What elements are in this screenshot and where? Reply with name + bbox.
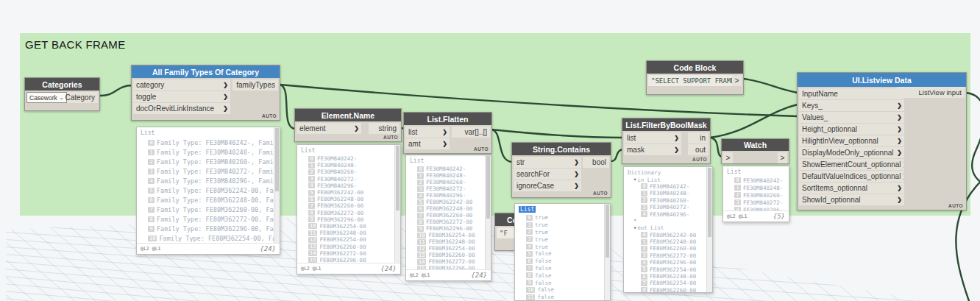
input-port-showelementcount-optionnal[interactable]: ShowElementCount_optionnal xyxy=(799,159,904,170)
preview-bubble-bool-list[interactable]: List 0true1true2true3true4true5false6fal… xyxy=(514,203,611,301)
list-flatten-node[interactable]: List.Flatten list var[]..[] amt AUTO xyxy=(403,112,492,154)
input-port-str[interactable]: str xyxy=(514,157,581,168)
input-port-showid-optionnal[interactable]: ShowId_optionnal xyxy=(799,194,904,205)
string-contains-node[interactable]: String.Contains str bool searchFor ignor… xyxy=(511,142,611,198)
code-expression[interactable]: "SELECT SUPPORT FRAME"; xyxy=(648,75,732,86)
list-value: false xyxy=(535,265,552,272)
list-item: 10Family Type: FE80M362254-00, Family: F… xyxy=(141,233,271,243)
code-block-node[interactable]: Code Block "SELECT SUPPORT FRAME"; > xyxy=(646,60,744,95)
list-value: true xyxy=(535,244,548,250)
list-value: FE80M362254-00 xyxy=(650,280,696,286)
list-index-badge: 0 xyxy=(526,215,533,221)
node-header[interactable]: List.Flatten xyxy=(404,113,491,125)
scrollbar[interactable] xyxy=(604,204,610,300)
element-name-node[interactable]: Element.Name element string AUTO xyxy=(294,108,402,142)
scrollbar[interactable] xyxy=(274,127,280,243)
node-header[interactable]: String.Contains xyxy=(512,143,611,155)
input-port-mask[interactable]: mask xyxy=(624,144,681,155)
list-value: FE80M362296-00 xyxy=(426,225,472,232)
input-port-keys-[interactable]: Keys_ xyxy=(799,100,904,111)
group-title[interactable]: GET BACK FRAME xyxy=(20,33,970,56)
list-value: FE80M362296-00 xyxy=(428,265,475,269)
input-port-list[interactable]: list xyxy=(624,132,681,144)
input-port-displaymodeonly-optionnal[interactable]: DisplayModeOnly_optionnal xyxy=(799,147,904,158)
node-header[interactable]: Code Block xyxy=(647,61,743,74)
scrollbar[interactable] xyxy=(485,155,491,269)
input-port-toggle[interactable]: toggle xyxy=(133,91,230,102)
list-item: 4FE30M840296- xyxy=(628,210,703,217)
input-port-docorrevitlinkinstance[interactable]: docOrRevitLinkInstance xyxy=(133,103,230,114)
list-item: 10false xyxy=(519,286,601,294)
list-item: 3FE80M362272-00 xyxy=(628,252,703,259)
list-header-selected[interactable]: List xyxy=(519,206,536,213)
lacing-indicator[interactable]: AUTO xyxy=(593,191,608,196)
expander-icon[interactable]: ▾ xyxy=(633,225,636,231)
categories-node[interactable]: Categories Casework⌄ Category xyxy=(24,77,100,111)
output-port-category[interactable]: Category xyxy=(67,92,98,103)
input-port-searchfor[interactable]: searchFor xyxy=(514,169,581,180)
preview-bubble-family-types[interactable]: List 0Family Type: FE30M840242-, Family:… xyxy=(136,127,280,255)
scrollbar[interactable] xyxy=(706,167,712,292)
scrollbar[interactable] xyxy=(394,145,400,263)
list-item: 0FE30M840242- xyxy=(628,183,703,190)
list-header: List xyxy=(141,130,271,138)
list-value: FE80M362260-00 xyxy=(650,287,696,292)
input-port-values-[interactable]: Values_ xyxy=(799,112,904,123)
dictionary-in-branch[interactable]: ▾in List xyxy=(628,176,703,183)
input-port-hilightinview-optionnal[interactable]: HilightInView_optionnal xyxy=(799,135,904,146)
output-port-out[interactable]: out xyxy=(688,144,709,155)
category-dropdown[interactable]: Casework⌄ xyxy=(26,92,67,103)
input-port-inputname[interactable]: InputName xyxy=(799,88,904,99)
input-port-ignorecase[interactable]: ignoreCase xyxy=(514,180,581,191)
lacing-indicator[interactable]: AUTO xyxy=(383,135,398,140)
watch-node[interactable]: Watch > > xyxy=(721,138,789,164)
output-port-var[interactable]: var[]..[] xyxy=(452,127,490,138)
node-header[interactable]: Categories xyxy=(25,78,99,91)
lacing-indicator[interactable]: AUTO xyxy=(692,157,707,162)
preview-bubble-watch[interactable]: List 0FE30M840242-1FE30M840248-2FE30M840… xyxy=(722,166,789,222)
ui-listview-data-node[interactable]: UI.Listview Data InputNameKeys_Values_He… xyxy=(797,72,967,210)
list-value: false xyxy=(535,280,552,286)
list-value: Family Type: FE80M362254-00, Family: FE8… xyxy=(159,235,280,242)
list-item: 0FE30M840242- xyxy=(410,166,482,172)
output-port[interactable]: > xyxy=(778,152,787,163)
output-port-familytypes[interactable]: familyTypes xyxy=(232,79,278,91)
lacing-indicator[interactable]: AUTO xyxy=(474,146,489,152)
preview-bubble-flattened[interactable]: List 0FE30M840242-1FE30M840248-2FE30M840… xyxy=(405,155,491,281)
preview-bubble-dictionary[interactable]: Dictionary ▾in List 0FE30M840242-1FE30M8… xyxy=(623,166,713,293)
input-port[interactable]: > xyxy=(723,152,733,163)
list-item: 15FE80M362296-00 xyxy=(301,257,391,263)
output-port-bool[interactable]: bool xyxy=(583,157,609,168)
node-header[interactable]: List.FilterByBoolMask xyxy=(622,118,710,131)
list-index-badge: 9 xyxy=(148,226,155,232)
dynamo-canvas[interactable]: GET BACK FRAME Code Block "F List 0Famil… xyxy=(0,0,980,301)
node-header[interactable]: UI.Listview Data xyxy=(798,73,966,87)
node-header[interactable]: Watch xyxy=(722,139,789,151)
list-index-badge: 4 xyxy=(308,183,315,188)
list-value: FE80M362296-00 xyxy=(317,216,363,223)
input-port-element[interactable]: element xyxy=(297,123,361,134)
list-item: 8FE80M362272-00 xyxy=(410,219,482,225)
output-port-listview-input[interactable]: ListView input xyxy=(897,87,965,98)
output-port-in[interactable]: in xyxy=(688,132,709,144)
input-port-amt[interactable]: amt xyxy=(405,138,450,149)
input-port-list[interactable]: list xyxy=(405,127,450,138)
all-family-types-node[interactable]: All Family Types Of Category category fa… xyxy=(131,65,280,121)
list-item: 9false xyxy=(519,279,601,286)
output-port[interactable]: > xyxy=(732,75,742,86)
input-port-sortitems-optionnal[interactable]: SortItems_optionnal xyxy=(799,183,904,194)
lacing-indicator[interactable]: AUTO xyxy=(262,113,277,118)
filter-by-bool-mask-node[interactable]: List.FilterByBoolMask list in mask out A… xyxy=(622,118,711,164)
list-value: FE80M362254-00 xyxy=(319,236,366,243)
lacing-indicator[interactable]: AUTO xyxy=(948,203,963,208)
input-port-defaultvalueindices-optionnal[interactable]: DefaultValueIndices_optionnal xyxy=(799,171,904,182)
expander-icon[interactable]: ▾ xyxy=(633,177,636,183)
input-port-category[interactable]: category xyxy=(133,79,230,91)
node-header[interactable]: Element.Name xyxy=(295,109,401,121)
node-header[interactable]: All Family Types Of Category xyxy=(132,65,280,78)
dictionary-out-branch[interactable]: ▾out List xyxy=(628,224,703,231)
preview-bubble-element-names[interactable]: List 0FE30M840242-1FE30M840248-2FE30M840… xyxy=(297,144,401,275)
list-items: 0FE30M840242-1FE30M840248-2FE30M840260-3… xyxy=(301,155,391,263)
output-port-string[interactable]: string xyxy=(369,123,400,134)
input-port-height-optionnal[interactable]: Height_optionnal xyxy=(799,124,904,135)
